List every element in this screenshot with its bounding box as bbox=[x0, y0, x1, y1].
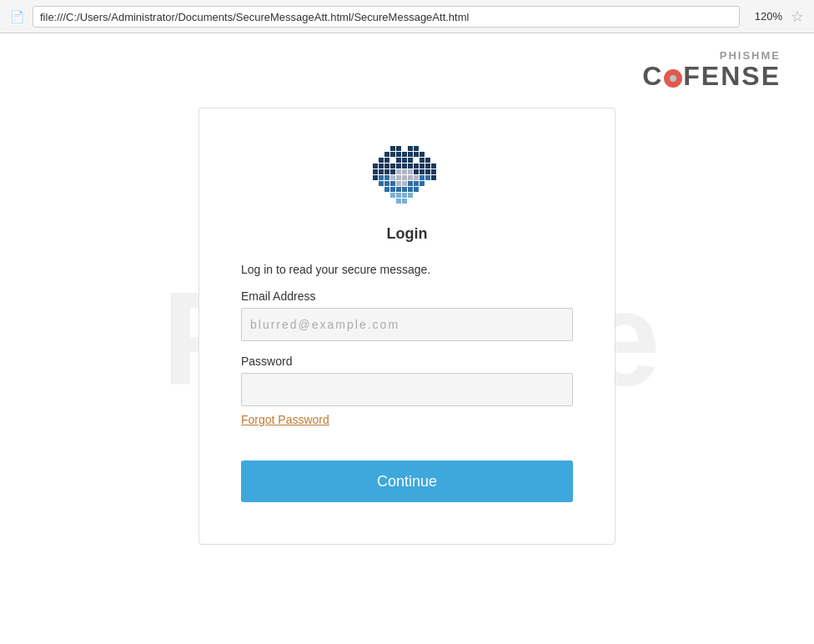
password-group: Password Forgot Password bbox=[241, 355, 573, 427]
zoom-level: 120% bbox=[755, 10, 782, 23]
email-label: Email Address bbox=[241, 289, 573, 303]
continue-button[interactable]: Continue bbox=[241, 460, 573, 502]
url-bar[interactable]: file:///C:/Users/Administrator/Documents… bbox=[33, 6, 740, 28]
email-group: Email Address bbox=[241, 289, 573, 341]
password-input[interactable] bbox=[241, 373, 573, 406]
cofense-fense: FENSE bbox=[683, 62, 781, 91]
logo-icon-container bbox=[241, 142, 573, 209]
bookmark-icon[interactable]: ☆ bbox=[791, 8, 804, 26]
email-input[interactable] bbox=[241, 308, 573, 341]
login-card: Login Log in to read your secure message… bbox=[198, 108, 616, 545]
page-icon: 📄 bbox=[10, 10, 24, 23]
cofense-label: C FENSE bbox=[642, 62, 781, 91]
cofense-c: C bbox=[642, 62, 663, 91]
cofense-o bbox=[663, 62, 683, 91]
cofense-logo: PhishMe C FENSE bbox=[642, 50, 781, 91]
forgot-password-link[interactable]: Forgot Password bbox=[241, 413, 329, 426]
page-content: PhishMe PhishMe C FENSE Login Log in to … bbox=[0, 33, 814, 644]
logo-area: PhishMe C FENSE bbox=[0, 50, 814, 91]
browser-toolbar: 📄 file:///C:/Users/Administrator/Documen… bbox=[0, 0, 814, 33]
password-label: Password bbox=[241, 355, 573, 368]
login-subtitle: Log in to read your secure message. bbox=[241, 263, 573, 276]
phishme-label: PhishMe bbox=[720, 50, 781, 62]
cofense-pixel-icon bbox=[357, 142, 457, 209]
login-title: Login bbox=[241, 225, 573, 243]
